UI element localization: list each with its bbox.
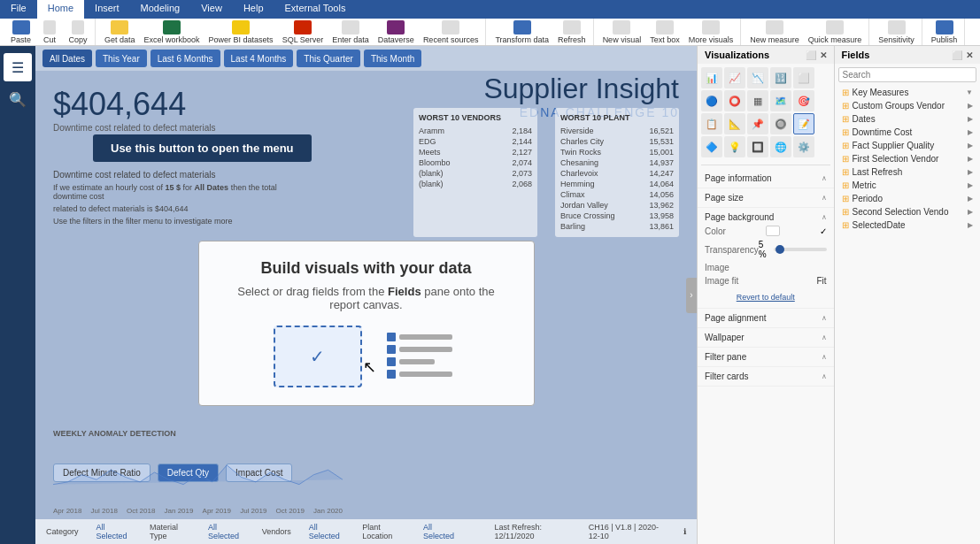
paste-btn[interactable]: Paste [7,19,35,46]
excel-btn[interactable]: Excel workbook [141,19,204,46]
filter-pane-header[interactable]: Filter pane ∧ [705,350,827,364]
viz-icon-bar[interactable]: 📊 [701,67,722,88]
filter-all-dates[interactable]: All Dates [42,50,92,67]
quick-measure-btn[interactable]: Quick measure [805,19,866,46]
canvas-area: All Dates This Year Last 6 Months Last 4… [35,46,697,544]
fields-close-icon[interactable]: ✕ [966,50,973,60]
filter-last-4[interactable]: Last 4 Months [224,50,294,67]
viz-header-icons: ⬜ ✕ [806,50,827,60]
fields-search-input[interactable] [838,67,976,82]
ribbon-tab-home[interactable]: Home [37,0,84,19]
fields-expand-icon[interactable]: ⬜ [952,50,962,60]
wallpaper-header[interactable]: Wallpaper ∧ [705,331,827,344]
viz-icon-image[interactable]: 🌐 [770,136,791,157]
viz-icon-matrix[interactable]: 📐 [724,113,745,134]
dataverse-btn[interactable]: Dataverse [374,19,418,46]
viz-icon-table[interactable]: 📝 [793,113,814,134]
enter-data-btn[interactable]: Enter data [328,19,373,46]
filter-last-6[interactable]: Last 6 Months [150,50,220,67]
sql-btn[interactable]: SQL Server [279,19,328,46]
page-size-toggle[interactable]: ∧ [822,194,827,202]
viz-icon-waterfall[interactable]: 💡 [724,136,745,157]
page-info-header[interactable]: Page information ∧ [705,172,827,185]
field-periodo[interactable]: ⊞ Periodo ▶ [835,192,980,205]
viz-icon-area[interactable]: 📉 [747,67,768,88]
ribbon-tab-modeling[interactable]: Modeling [130,0,191,19]
wallpaper-toggle[interactable]: ∧ [822,333,827,341]
viz-icon-card[interactable]: 📋 [701,113,722,134]
viz-icon-map[interactable]: 🗺️ [770,90,791,111]
field-dates[interactable]: ⊞ Dates ▶ [835,112,980,126]
viz-icon-scatter[interactable]: ⬜ [793,67,814,88]
field-last-refresh[interactable]: ⊞ Last Refresh ▶ [835,165,980,179]
refresh-btn[interactable]: Refresh [554,19,590,46]
viz-expand-icon[interactable]: ⬜ [806,50,816,60]
field-custom-groups[interactable]: ⊞ Custom Groups Vendor ▶ [835,99,980,112]
revert-default-link[interactable]: Revert to default [737,293,795,302]
more-visuals-btn[interactable]: More visuals [685,19,737,46]
viz-icon-treemap[interactable]: ▦ [747,90,768,111]
transparency-slider[interactable] [774,248,827,251]
viz-icon-qna[interactable]: ⚙️ [793,136,814,157]
viz-icon-funnel[interactable]: 🔷 [701,136,722,157]
page-bg-toggle[interactable]: ∧ [822,213,827,221]
powerbi-btn[interactable]: Power BI datasets [205,19,277,46]
ribbon-tab-file[interactable]: File [0,0,37,19]
worst-plant-header: WORST 10 PLANT [560,113,674,122]
field-fact-supplier[interactable]: ⊞ Fact Supplier Quality ▶ [835,139,980,152]
cut-btn[interactable]: Cut [36,19,63,46]
viz-icon-line[interactable]: 📈 [724,67,745,88]
color-swatch[interactable] [766,226,780,236]
field-downtime-cost[interactable]: ⊞ Downtime Cost ▶ [835,126,980,139]
field-key-measures[interactable]: ⊞ Key Measures ▼ [835,86,980,99]
ribbon-tab-insert[interactable]: Insert [84,0,130,19]
field-metric[interactable]: ⊞ Metric ▶ [835,179,980,192]
selected-date-icon: ⊞ [842,220,849,230]
field-selected-date[interactable]: ⊞ SelectedDate ▶ [835,218,980,232]
field-first-selection[interactable]: ⊞ First Selection Vendor ▶ [835,152,980,165]
page-align-header[interactable]: Page alignment ∧ [705,311,827,325]
collapse-panels-btn[interactable]: › [686,278,697,313]
sensitivity-btn[interactable]: Sensitivity [875,19,918,46]
page-size-header[interactable]: Page size ∧ [705,191,827,204]
ribbon-tab-external tools[interactable]: External Tools [274,0,357,19]
viz-icon-slicer[interactable]: 🔘 [770,113,791,134]
page-align-toggle[interactable]: ∧ [822,314,827,322]
filter-this-month[interactable]: This Month [364,50,421,67]
sidebar-nav-icon[interactable]: ☰ [4,53,32,81]
custom-groups-icon: ⊞ [842,101,849,111]
ribbon-tab-view[interactable]: View [190,0,233,19]
get-data-btn[interactable]: Get data [101,19,139,46]
filter-pane-toggle[interactable]: ∧ [822,353,827,361]
viz-icon-pie[interactable]: 🔵 [701,90,722,111]
new-measure-btn[interactable]: New measure [746,19,803,46]
transparency-value: 5 % [759,240,774,259]
page-bg-header[interactable]: Page background ∧ [705,211,827,224]
x-label-6: Jul 2019 [240,507,266,515]
filter-cards-toggle[interactable]: ∧ [822,372,827,380]
image-label: Image [705,263,729,272]
new-visual-btn[interactable]: New visual [599,19,645,46]
viz-icon-shape[interactable]: 🔲 [747,136,768,157]
sidebar-search-icon[interactable]: 🔍 [4,85,32,113]
ribbon-content: Paste Cut Copy Get data Excel workbook P… [0,19,980,45]
viz-icon-donut[interactable]: ⭕ [724,90,745,111]
open-menu-button[interactable]: Use this button to open the menu [93,134,312,162]
publish-btn[interactable]: Publish [928,19,961,46]
textbox-btn[interactable]: Text box [646,19,683,46]
copy-btn[interactable]: Copy [65,19,91,46]
recent-btn[interactable]: Recent sources [420,19,482,46]
viz-icon-ribbon[interactable]: 🔢 [770,67,791,88]
filter-cards-header[interactable]: Filter cards ∧ [705,370,827,383]
transform-btn[interactable]: Transform data [491,19,552,46]
page-info-toggle[interactable]: ∧ [822,174,827,182]
filter-this-year[interactable]: This Year [96,50,147,67]
info-icon[interactable]: ℹ [683,527,686,536]
field-second-selection[interactable]: ⊞ Second Selection Vendo ▶ [835,205,980,218]
viz-icon-kpi[interactable]: 📌 [747,113,768,134]
viz-close-icon[interactable]: ✕ [820,50,827,60]
ribbon-tab-help[interactable]: Help [233,0,274,19]
field-metric-expand: ▶ [968,181,973,189]
viz-icon-gauge[interactable]: 🎯 [793,90,814,111]
filter-this-quarter[interactable]: This Quarter [297,50,360,67]
